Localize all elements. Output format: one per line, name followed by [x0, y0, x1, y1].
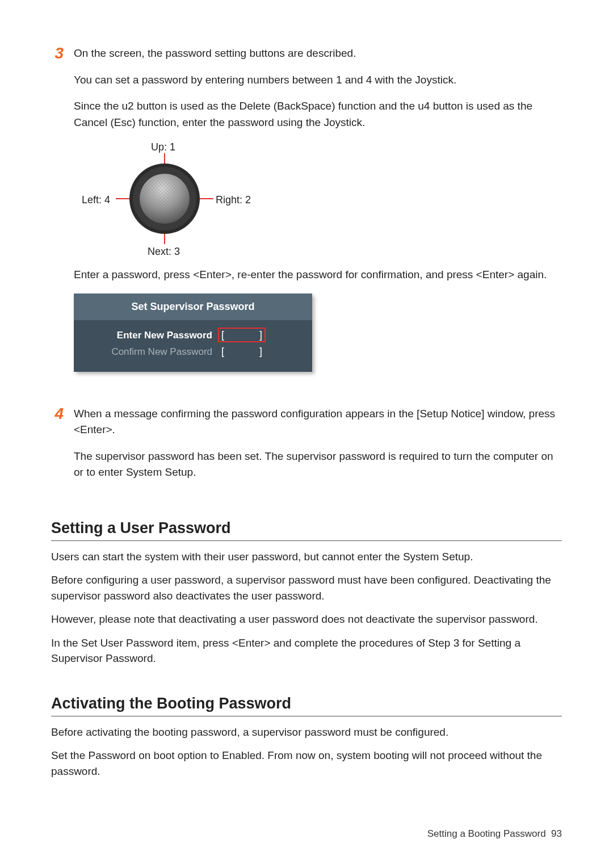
step4-para1: When a message confirming the password c… — [74, 406, 562, 438]
footer-page-number: 93 — [551, 828, 562, 839]
footer-label: Setting a Booting Password — [427, 828, 546, 839]
joystick-up-label: Up: 1 — [151, 140, 175, 155]
joystick-figure: Up: 1 Right: 2 Next: 3 Left: 4 — [74, 142, 255, 255]
step3-para3: Since the u2 button is used as the Delet… — [74, 98, 562, 131]
svg-point-4 — [140, 174, 190, 224]
joystick-right-label: Right: 2 — [216, 192, 251, 208]
bootpw-p2: Set the Password on boot option to Enabl… — [51, 748, 562, 779]
page-footer: Setting a Booting Password 93 — [427, 828, 562, 840]
bios-row-confirm-new: Confirm New Password [ ] — [82, 345, 304, 359]
joystick-left-label: Left: 4 — [82, 192, 110, 208]
userpw-p4: In the Set User Password item, press <En… — [51, 635, 562, 666]
bios-enter-new-field[interactable]: [ ] — [219, 329, 264, 341]
bios-confirm-new-field[interactable]: [ ] — [219, 346, 264, 358]
bootpw-p1: Before activating the booting password, … — [51, 724, 562, 740]
bios-password-dialog: Set Supervisor Password Enter New Passwo… — [74, 293, 312, 372]
step-number-3: 3 — [51, 45, 64, 61]
heading-boot-password: Activating the Booting Password — [51, 695, 562, 716]
step4-para2: The supervisor password has been set. Th… — [74, 448, 562, 481]
bios-enter-new-label: Enter New Password — [82, 328, 212, 343]
userpw-p2: Before configuring a user password, a su… — [51, 572, 562, 603]
step3-para1: On the screen, the password setting butt… — [74, 45, 562, 62]
step3-para4: Enter a password, press <Enter>, re-ente… — [74, 267, 562, 283]
step-3-content: On the screen, the password setting butt… — [74, 45, 562, 389]
bios-row-enter-new: Enter New Password [ ] — [82, 328, 304, 343]
joystick-down-label: Next: 3 — [148, 244, 180, 259]
step-4: 4 When a message confirming the password… — [51, 406, 562, 491]
heading-user-password: Setting a User Password — [51, 519, 562, 541]
section-user-password: Users can start the system with their us… — [51, 549, 562, 666]
userpw-p1: Users can start the system with their us… — [51, 549, 562, 565]
step-number-4: 4 — [51, 406, 64, 422]
section-boot-password: Before activating the booting password, … — [51, 724, 562, 779]
userpw-p3: However, please note that deactivating a… — [51, 611, 562, 627]
bios-confirm-new-label: Confirm New Password — [82, 345, 212, 359]
step-3: 3 On the screen, the password setting bu… — [51, 45, 562, 389]
step-4-content: When a message confirming the password c… — [74, 406, 562, 491]
bios-dialog-body: Enter New Password [ ] Confirm New Passw… — [74, 320, 312, 372]
step3-para2: You can set a password by entering numbe… — [74, 72, 562, 89]
bios-dialog-title: Set Supervisor Password — [74, 293, 312, 320]
